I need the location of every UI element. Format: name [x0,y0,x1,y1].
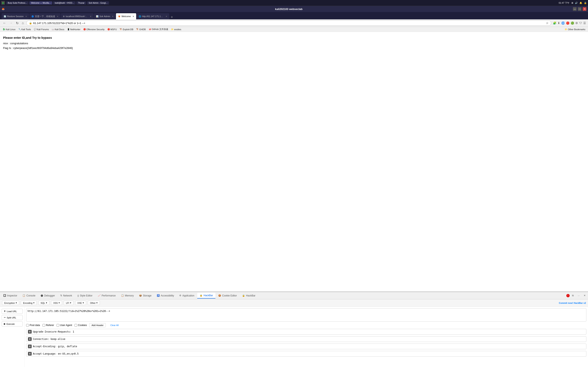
hackbar-lfi-dropdown[interactable]: LFI ▾ [64,301,73,305]
forward-button[interactable]: → [9,21,13,25]
hackbar-encryption-dropdown[interactable]: Encryption ▾ [2,301,19,305]
new-tab-button[interactable]: + [170,15,174,19]
console-icon: 📋 [22,294,25,297]
extensions-icon[interactable]: 🧩 [553,21,556,25]
execute-label: Execute [7,323,15,325]
devtools-tab-debugger[interactable]: ⬤ Debugger [38,293,57,298]
addon-3-icon[interactable]: ⚙ [575,21,578,25]
tab-close-restore[interactable]: ✕ [25,15,27,17]
post-data-label: Post data [30,324,40,327]
tab-favicon-restore: 🔄 [4,15,6,17]
split-url-button[interactable]: ✂ Split URL [2,315,23,320]
devtools-tab-inspector[interactable]: 🔲 Inspector [1,293,20,298]
addon-2-icon[interactable]: 🟢 [571,21,574,25]
devtools-responsive-button[interactable]: ⧉ [571,293,575,298]
hackbar-xxe-dropdown[interactable]: XXE ▾ [75,301,86,305]
menu-icon[interactable]: ☰ [583,21,586,25]
tab-close-solr-local[interactable]: ✕ [90,15,91,17]
page-result: nice : congratulations [3,42,585,45]
home-button[interactable]: ⌂ [21,21,25,25]
user-agent-checkbox[interactable] [57,324,59,327]
downloads-icon[interactable]: ⬇ [558,21,560,25]
devtools-tab-memory[interactable]: 📋 Memory [119,293,136,298]
user-agent-checkbox-label[interactable]: User Agent [57,324,72,327]
bookmark-nethunter[interactable]: 📱 NetHunter [67,28,81,31]
back-button[interactable]: ← [2,21,7,25]
taskbar-app-terminal[interactable]: kwkl@kwkl: ~/HOD... [53,1,76,4]
devtools-tab-style-editor[interactable]: {} Style Editor [75,293,95,298]
tab-solr-local[interactable]: ⚙ localhost:8983/solr/admin/c... ✕ [61,13,94,19]
devtools-tab-network[interactable]: ⇅ Network [58,293,75,298]
refresh-button[interactable]: ↻ [15,21,19,25]
bookmark-kali-forums[interactable]: 💬 Kali Forums [33,28,50,31]
tab-close-target[interactable]: ✕ [165,15,167,17]
bookmark-other[interactable]: 📁 Other Bookmarks [564,28,586,31]
bookmark-exsites[interactable]: 📁 exsites [171,28,182,31]
hackbar-commit-text[interactable]: Commit now! [559,302,573,304]
tab-restore-session[interactable]: 🔄 Restore Session ✕ [2,13,29,19]
tab-close-solr-admin[interactable]: ✕ [112,15,113,17]
cookies-checkbox-label[interactable]: Cookies [75,324,87,327]
bookmark-kali-tools[interactable]: 🔧 Kali Tools [18,28,32,31]
bookmark-exploit-db[interactable]: 🐕 Exploit-DB [119,28,134,31]
window-maximize-button[interactable]: □ [578,7,581,11]
devtools-tab-performance[interactable]: 📈 Performance [95,293,118,298]
tab-close-baidu[interactable]: ✕ [57,15,58,17]
devtools-tab-hackbar-2[interactable]: 🔒 HackBar [240,293,258,298]
devtools-tab-storage[interactable]: 📦 Storage [137,293,154,298]
devtools-tab-label-cookie-editor: Cookie Editor [222,294,237,297]
network-icon: ⇅ [60,294,62,297]
taskbar-app-burp[interactable]: Burp Suite Professi... [6,1,29,4]
hackbar-other-dropdown[interactable]: Other ▾ [88,301,100,305]
clear-all-button[interactable]: Clear All [108,323,121,327]
tab-solr-admin[interactable]: 📊 Solr Admin ✕ [94,13,116,19]
tab-target[interactable]: 🌐 http://61.147.171.105:51222/ ✕ [137,13,169,19]
page-content: Please enter ID,and Try to bypass nice :… [0,32,588,292]
devtools-tab-accessibility[interactable]: ♿ Accessibility [154,293,176,298]
bookmark-offensive-security[interactable]: 🔴 Offensive Security [83,28,105,31]
bookmark-msfu[interactable]: 🔴 MSFU [107,28,117,31]
devtools-more-button[interactable]: ··· [576,294,581,298]
address-input[interactable] [33,22,545,25]
bookmark-icon-msfu: 🔴 [107,28,110,30]
tab-label-solr-admin: Solr Admin [99,15,110,17]
tab-baidu[interactable]: 🔵 百度一下，你就知道 ✕ [29,13,61,19]
post-data-checkbox[interactable] [26,324,29,327]
referer-checkbox[interactable] [43,324,45,327]
devtools-tab-cookie-editor[interactable]: 🍪 Cookie Editor [216,293,239,298]
taskbar-app-solr[interactable]: Solr Admin - Googl... [87,1,109,4]
bookmark-label-offensive-security: Offensive Security [86,28,104,31]
devtools-tab-application[interactable]: ⚙ Application [177,293,197,298]
devtools-close-button[interactable]: ✕ [582,293,587,298]
cookies-checkbox[interactable] [75,324,77,327]
tab-bar: 🔄 Restore Session ✕ 🔵 百度一下，你就知道 ✕ ⚙ loca… [0,12,588,19]
post-data-checkbox-label[interactable]: Post data [26,324,40,327]
referer-checkbox-label[interactable]: Referer [43,324,54,327]
hackbar-encoding-dropdown[interactable]: Encoding ▾ [21,301,37,305]
bookmark-kali-linux[interactable]: 🐉 Kali Linux [2,28,16,31]
tab-label-restore: Restore Session [7,15,24,17]
taskbar-app-thunar[interactable]: Thunar [76,1,86,4]
taskbar-app-firefox[interactable]: Welcome — Mozilla... [29,1,52,4]
window-minimize-button[interactable]: — [573,7,577,11]
bookmark-kali-docs[interactable]: 📖 Kali Docs [51,28,65,31]
add-header-button[interactable]: Add Header [89,323,106,327]
firefox-sync-icon[interactable]: 🌀 [561,21,565,25]
hackbar-xss-dropdown[interactable]: XSS ▾ [51,301,62,305]
addon-4-icon[interactable]: 🛡 [579,21,582,25]
execute-button[interactable]: ▶ Execute [2,321,23,326]
hackbar-sql-dropdown[interactable]: SQL ▾ [38,301,49,305]
devtools-tab-label-inspector: Inspector [7,294,17,297]
tab-welcome[interactable]: 🦊 Welcome ✕ [116,13,136,19]
load-url-button[interactable]: ⬆ Load URL [2,309,23,314]
devtools-tab-hackbar[interactable]: 🔒 HackBar [197,293,215,299]
tab-close-welcome[interactable]: ✕ [132,15,134,17]
addon-1-icon[interactable]: 🔴 [566,21,570,25]
window-close-button[interactable]: ✕ [583,7,586,11]
bookmark-icon-ghdb: 🐕 [136,28,139,30]
bookmark-star-icon[interactable]: ☆ [546,21,549,25]
devtools-tab-console[interactable]: 📋 Console [20,293,38,298]
bookmark-github-accelerate[interactable]: 🐙 GitHub 文件加速 [148,27,169,31]
bookmark-ghdb[interactable]: 🐕 GHDB [136,28,146,31]
hackbar-url-textarea[interactable] [26,308,586,322]
